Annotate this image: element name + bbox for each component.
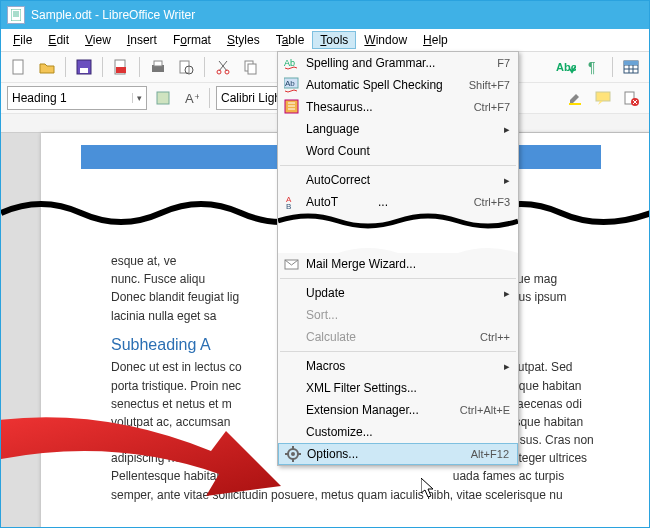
paragraph-style-combo[interactable]: Heading 1 ▾ [7, 86, 147, 110]
menu-customize[interactable]: Customize... [278, 421, 518, 443]
menu-autotext[interactable]: AB AutoT... Ctrl+F3 [278, 191, 518, 213]
svg-rect-8 [116, 67, 126, 73]
toolbar-separator [102, 57, 103, 77]
toolbar-separator [204, 57, 205, 77]
update-style-button[interactable] [151, 86, 175, 110]
menu-window[interactable]: Window [356, 31, 415, 49]
print-preview-button[interactable] [174, 55, 198, 79]
menu-separator [280, 351, 516, 352]
tear-wave-decoration [278, 213, 518, 253]
svg-rect-11 [180, 61, 189, 73]
toolbar-separator [139, 57, 140, 77]
menu-format[interactable]: Format [165, 31, 219, 49]
svg-point-44 [291, 452, 295, 456]
export-pdf-button[interactable] [109, 55, 133, 79]
autotext-icon: AB [284, 194, 300, 210]
open-button[interactable] [35, 55, 59, 79]
svg-rect-16 [248, 64, 256, 74]
menu-styles[interactable]: Styles [219, 31, 268, 49]
svg-rect-6 [80, 68, 88, 73]
menu-extension-manager[interactable]: Extension Manager... Ctrl+Alt+E [278, 399, 518, 421]
toolbar-separator [65, 57, 66, 77]
dropdown-arrow-icon: ▾ [132, 93, 142, 103]
svg-rect-10 [154, 61, 162, 66]
save-button[interactable] [72, 55, 96, 79]
menu-options[interactable]: Options... Alt+F12 [278, 443, 518, 465]
svg-text:Ab: Ab [284, 58, 295, 68]
menu-auto-spellcheck[interactable]: Ab Automatic Spell Checking Shift+F7 [278, 74, 518, 96]
highlight-color-button[interactable] [563, 86, 587, 110]
paragraph-style-value: Heading 1 [12, 91, 67, 105]
menu-update[interactable]: Update ▸ [278, 282, 518, 304]
svg-text:A⁺: A⁺ [185, 91, 199, 106]
window-title: Sample.odt - LibreOffice Writer [31, 8, 195, 22]
menu-separator [280, 165, 516, 166]
print-button[interactable] [146, 55, 170, 79]
menu-language[interactable]: Language ▸ [278, 118, 518, 140]
menu-mail-merge[interactable]: Mail Merge Wizard... [278, 253, 518, 275]
svg-rect-24 [624, 61, 638, 65]
font-name-value: Calibri Light [221, 91, 284, 105]
spellcheck-icon: Ab [284, 55, 300, 71]
menu-separator [280, 278, 516, 279]
menu-xml-filter[interactable]: XML Filter Settings... [278, 377, 518, 399]
thesaurus-icon [284, 99, 300, 115]
menu-insert[interactable]: Insert [119, 31, 165, 49]
svg-text:Ab: Ab [285, 79, 295, 88]
copy-button[interactable] [239, 55, 263, 79]
submenu-arrow-icon: ▸ [498, 287, 510, 300]
mail-merge-icon [284, 256, 300, 272]
submenu-arrow-icon: ▸ [498, 123, 510, 136]
menu-file[interactable]: File [5, 31, 40, 49]
menu-help[interactable]: Help [415, 31, 456, 49]
spellcheck-button[interactable]: Abc [554, 55, 578, 79]
insert-comment-button[interactable] [591, 86, 615, 110]
toolbar-separator [209, 88, 210, 108]
new-doc-button[interactable] [7, 55, 31, 79]
menu-thesaurus[interactable]: Thesaurus... Ctrl+F7 [278, 96, 518, 118]
svg-rect-28 [596, 92, 610, 101]
delete-button[interactable] [619, 86, 643, 110]
menu-calculate: Calculate Ctrl++ [278, 326, 518, 348]
menu-edit[interactable]: Edit [40, 31, 77, 49]
menu-bar: File Edit View Insert Format Styles Tabl… [1, 29, 649, 52]
svg-text:¶: ¶ [588, 59, 596, 75]
submenu-arrow-icon: ▸ [498, 174, 510, 187]
svg-rect-25 [157, 92, 169, 104]
callout-arrow [0, 396, 291, 516]
auto-spellcheck-icon: Ab [284, 77, 300, 93]
svg-rect-27 [569, 103, 581, 105]
menu-word-count[interactable]: Word Count [278, 140, 518, 162]
svg-text:B: B [286, 202, 291, 210]
menu-autocorrect[interactable]: AutoCorrect ▸ [278, 169, 518, 191]
mouse-cursor-icon [421, 478, 437, 498]
app-window: Sample.odt - LibreOffice Writer File Edi… [0, 0, 650, 528]
new-style-button[interactable]: A⁺ [179, 86, 203, 110]
menu-macros[interactable]: Macros ▸ [278, 355, 518, 377]
menu-view[interactable]: View [77, 31, 119, 49]
cut-button[interactable] [211, 55, 235, 79]
tools-menu-dropdown: Ab Spelling and Grammar... F7 Ab Automat… [277, 51, 519, 466]
menu-spelling-grammar[interactable]: Ab Spelling and Grammar... F7 [278, 52, 518, 74]
title-bar: Sample.odt - LibreOffice Writer [1, 1, 649, 29]
svg-rect-0 [11, 9, 21, 21]
formatting-marks-button[interactable]: ¶ [582, 55, 606, 79]
svg-rect-4 [13, 60, 23, 74]
menu-table[interactable]: Table [268, 31, 313, 49]
document-icon [7, 6, 25, 24]
table-button[interactable] [619, 55, 643, 79]
menu-tools[interactable]: Tools [312, 31, 356, 49]
submenu-arrow-icon: ▸ [498, 360, 510, 373]
toolbar-separator [612, 57, 613, 77]
menu-sort: Sort... [278, 304, 518, 326]
